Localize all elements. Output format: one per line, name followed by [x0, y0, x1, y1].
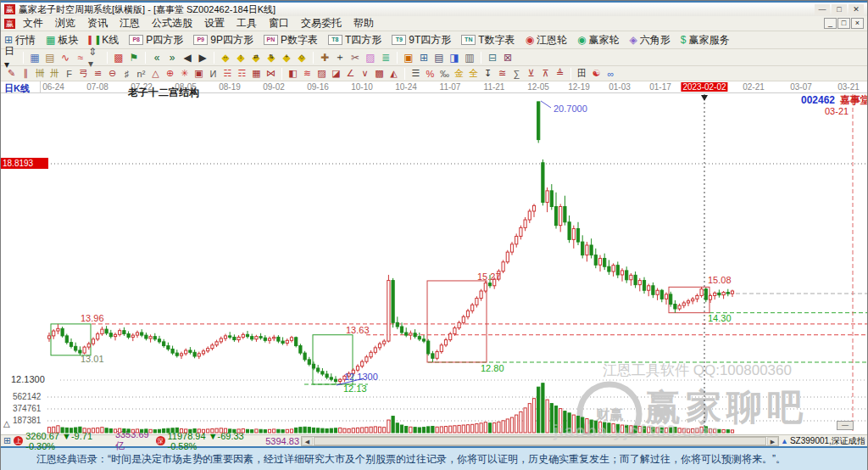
- flag-icon[interactable]: ⚑: [126, 51, 142, 64]
- angle-tool-icon[interactable]: ∠: [343, 68, 358, 80]
- circle-split-tool-icon[interactable]: ⊖: [105, 68, 120, 80]
- restore-button[interactable]: □: [832, 4, 847, 15]
- gann-diamond-center-icon[interactable]: ◆◇: [294, 51, 309, 64]
- nand-tool-icon[interactable]: ⊼: [538, 68, 553, 80]
- next-bar-button[interactable]: ▶: [195, 51, 210, 64]
- infinity-icon[interactable]: ∞: [604, 68, 618, 80]
- prev-bar-button[interactable]: ◀: [180, 51, 195, 64]
- hexagon-button[interactable]: ◈六角形: [630, 33, 670, 48]
- window-pattern-icon[interactable]: ▦: [27, 51, 42, 64]
- green-lines-tool-icon[interactable]: ≣: [378, 51, 393, 64]
- pencil-tool-icon[interactable]: ✎: [4, 68, 19, 80]
- menu-item-文件[interactable]: 文件: [17, 15, 49, 31]
- t-square-button[interactable]: T8T四方形: [328, 33, 381, 48]
- angle-k-tool-icon[interactable]: И: [206, 68, 220, 80]
- pc-sync-icon[interactable]: ⊠: [500, 51, 515, 64]
- hatch-tool-icon[interactable]: ▨: [314, 68, 329, 80]
- menu-item-帮助[interactable]: 帮助: [348, 15, 380, 31]
- minimize-button[interactable]: —: [815, 4, 830, 15]
- drop-line-tool-icon[interactable]: ↧: [481, 68, 495, 80]
- full-golden-tool-icon[interactable]: 全: [466, 68, 481, 80]
- dense-grid-tool-icon[interactable]: ▩: [372, 68, 387, 80]
- t9-square-button[interactable]: T99T四方形: [392, 33, 451, 48]
- gann-diamond-v-icon[interactable]: ◆↕: [233, 51, 248, 64]
- memo-icon[interactable]: ▤: [431, 51, 447, 64]
- scale-selector[interactable]: ⇕ ▾: [88, 51, 103, 64]
- winner-wheel-button[interactable]: ◉赢家轮: [577, 33, 619, 48]
- permille-tool-icon[interactable]: ‰: [437, 68, 452, 80]
- menu-item-公式选股[interactable]: 公式选股: [146, 15, 198, 31]
- close-button[interactable]: ✕: [849, 4, 864, 15]
- hash-tool-icon[interactable]: ♯: [120, 68, 134, 80]
- percent-tool-icon[interactable]: %: [423, 68, 437, 80]
- p9-square-button[interactable]: P99P四方形: [193, 33, 253, 48]
- triangle-tool-icon[interactable]: △: [148, 68, 163, 80]
- t-number-table-button[interactable]: TNT数字表: [461, 33, 515, 48]
- kchart-window-icon[interactable]: ▩: [111, 51, 126, 64]
- mdi-close-button[interactable]: ×: [851, 18, 864, 29]
- xor-tool-icon[interactable]: ⊻: [524, 68, 538, 80]
- fan-tool-icon[interactable]: F: [62, 68, 76, 80]
- corner-box-tool-icon[interactable]: ◪: [329, 68, 343, 80]
- waves-tool-icon[interactable]: ≋: [300, 68, 314, 80]
- parallel-tool-icon[interactable]: ≌: [91, 68, 105, 80]
- grid-square-tool-icon[interactable]: ▦: [249, 68, 264, 80]
- first-bar-button[interactable]: «: [149, 51, 164, 64]
- approx-tool-icon[interactable]: ≊: [495, 68, 509, 80]
- split-triangle-tool-icon[interactable]: ◭: [387, 68, 401, 80]
- measure-tool-icon[interactable]: ✂: [348, 51, 363, 64]
- starburst-tool-icon[interactable]: ✳: [177, 68, 192, 80]
- menu-item-浏览[interactable]: 浏览: [49, 15, 81, 31]
- bowtie-tool-icon[interactable]: ⋈: [264, 68, 278, 80]
- pulse-icon[interactable]: ≈: [73, 51, 88, 64]
- menu-item-江恩[interactable]: 江恩: [114, 15, 146, 31]
- sum-tool-icon[interactable]: ∑: [509, 68, 524, 80]
- crosshair-tool-icon[interactable]: ＋: [332, 51, 348, 64]
- kline-chart[interactable]: 江恩工具软件 QQ:100800360赢家聊吧财赢: [1, 81, 867, 434]
- market-grid-icon[interactable]: ⊞: [3, 435, 11, 446]
- printer-icon[interactable]: ▥: [462, 51, 477, 64]
- scroll-right-button[interactable]: ▶: [767, 437, 778, 445]
- gann-diamond-cross-icon[interactable]: ◆+: [279, 51, 294, 64]
- mdi-minimize-button[interactable]: _: [824, 18, 837, 29]
- report-icon[interactable]: ▤: [42, 51, 58, 64]
- wave-icon[interactable]: ∿: [58, 51, 73, 64]
- period-day-selector[interactable]: 日 ▾: [4, 51, 19, 64]
- horizontal-scrollbar[interactable]: ◀ ▶: [301, 436, 779, 446]
- menu-item-工具[interactable]: 工具: [231, 15, 263, 31]
- square-number-tool-icon[interactable]: n²: [134, 68, 148, 80]
- sectors-button[interactable]: ▦板块: [46, 33, 78, 48]
- levels-tool-icon[interactable]: ☰: [409, 68, 423, 80]
- menu-item-交易委托[interactable]: 交易委托: [295, 15, 348, 31]
- save-icon[interactable]: ◨: [447, 51, 462, 64]
- winner-service-button[interactable]: $赢家服务: [681, 33, 730, 48]
- vee-tool-icon[interactable]: ∨: [358, 68, 372, 80]
- hand-tool-icon[interactable]: ✚: [317, 51, 332, 64]
- scroll-left-button[interactable]: ◀: [302, 437, 313, 445]
- grid-bars-tool-icon[interactable]: 卌: [33, 68, 47, 80]
- yinyang-icon[interactable]: ☯: [589, 68, 604, 80]
- bars-tool-icon[interactable]: 卅: [47, 68, 62, 80]
- calendar-icon[interactable]: ▣: [401, 51, 416, 64]
- golden-section-tool-icon[interactable]: 金: [452, 68, 466, 80]
- pc-export-icon[interactable]: ⊟: [485, 51, 500, 64]
- gann-grid-icon[interactable]: 田: [575, 68, 589, 80]
- menu-item-设置[interactable]: 设置: [198, 15, 231, 31]
- arc-tool-icon[interactable]: 弓: [76, 68, 91, 80]
- p-square-button[interactable]: P8P四方形: [129, 33, 183, 48]
- pink-grid-tool-icon[interactable]: ▨: [363, 51, 378, 64]
- target-tool-icon[interactable]: ⊕: [163, 68, 177, 80]
- p-number-table-button[interactable]: PNP数字表: [264, 33, 318, 48]
- box-tool-icon[interactable]: ▣: [192, 68, 206, 80]
- scrollbar-thumb[interactable]: [314, 437, 766, 445]
- kline-period-label[interactable]: 日K线: [4, 82, 30, 95]
- gann-diamond-ud-icon[interactable]: ◆⇅: [264, 51, 279, 64]
- last-bar-button[interactable]: »: [164, 51, 180, 64]
- menu-item-窗口[interactable]: 窗口: [263, 15, 295, 31]
- half-box-tool-icon[interactable]: ◧: [286, 68, 300, 80]
- menu-item-资讯[interactable]: 资讯: [81, 15, 114, 31]
- trigram-water-tool-icon[interactable]: ☵: [220, 68, 235, 80]
- gann-wheel-button[interactable]: ◉江恩轮: [526, 33, 567, 48]
- trigram-mountain-tool-icon[interactable]: ☶: [235, 68, 249, 80]
- pane-minimize-button[interactable]: —: [837, 421, 854, 430]
